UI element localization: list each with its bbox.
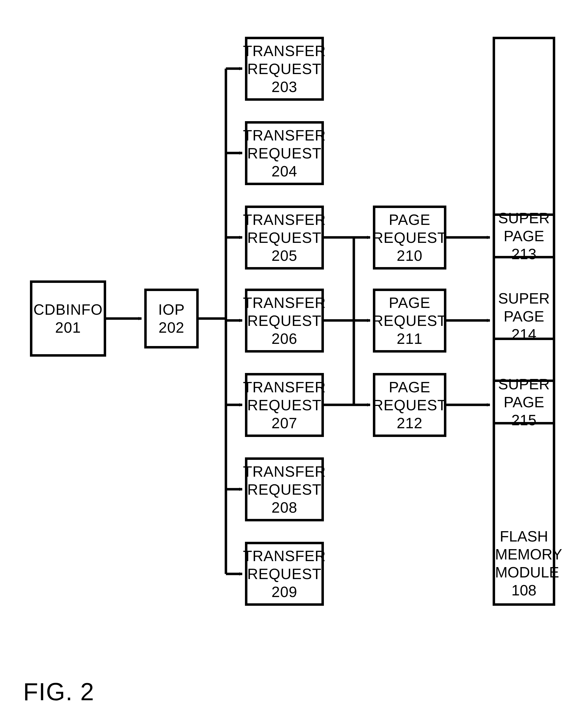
figure-label: FIG. 2 bbox=[23, 678, 95, 706]
super-page-214: SUPER PAGE 214 bbox=[495, 295, 553, 340]
cdbinfo-label: CDBINFO bbox=[33, 301, 103, 318]
super-page-215: SUPER PAGE 215 bbox=[495, 380, 553, 424]
transfer-request-205: TRANSFER REQUEST 205 bbox=[245, 206, 324, 269]
iop-num: 202 bbox=[159, 318, 185, 337]
transfer-request-208: TRANSFER REQUEST 208 bbox=[245, 458, 324, 521]
transfer-request-204: TRANSFER REQUEST 204 bbox=[245, 121, 324, 185]
page-request-211: PAGE REQUEST 211 bbox=[373, 289, 446, 353]
iop-box: IOP 202 bbox=[144, 289, 199, 348]
diagram-canvas: FIG. 2 CDBINFO 201 IOP 202 TRANSFER REQU… bbox=[0, 0, 580, 728]
transfer-request-209: TRANSFER REQUEST 209 bbox=[245, 542, 324, 606]
cdbinfo-box: CDBINFO 201 bbox=[30, 280, 106, 357]
flash-label: FLASH MEMORY MODULE 108 bbox=[495, 527, 553, 599]
super-page-213: SUPER PAGE 213 bbox=[495, 213, 553, 258]
iop-label: IOP bbox=[158, 301, 185, 318]
flash-memory-module: SUPER PAGE 213 SUPER PAGE 214 SUPER PAGE… bbox=[493, 37, 555, 606]
cdbinfo-num: 201 bbox=[55, 318, 81, 337]
page-request-210: PAGE REQUEST 210 bbox=[373, 206, 446, 269]
transfer-request-207: TRANSFER REQUEST 207 bbox=[245, 373, 324, 437]
transfer-request-206: TRANSFER REQUEST 206 bbox=[245, 289, 324, 353]
page-request-212: PAGE REQUEST 212 bbox=[373, 373, 446, 437]
transfer-request-203: TRANSFER REQUEST 203 bbox=[245, 37, 324, 101]
